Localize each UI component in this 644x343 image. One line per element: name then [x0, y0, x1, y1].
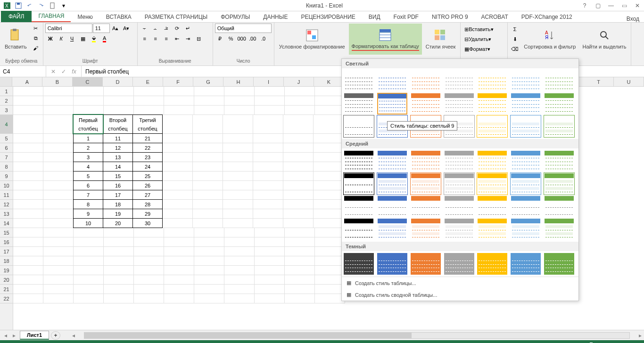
cell-G18[interactable] — [194, 256, 224, 266]
cell-B6[interactable] — [43, 143, 74, 153]
cell-K20[interactable] — [315, 275, 345, 285]
close-button[interactable]: ✕ — [633, 1, 642, 10]
table-style-thumb[interactable] — [544, 93, 574, 114]
table-style-thumb[interactable] — [511, 150, 541, 172]
cell-B15[interactable] — [43, 228, 74, 237]
cell-F19[interactable] — [164, 266, 194, 275]
cell-G14[interactable] — [193, 219, 223, 228]
align-middle[interactable]: ⫠ — [150, 24, 161, 33]
font-name-combo[interactable]: Calibri — [45, 24, 92, 33]
col-header-I[interactable]: I — [254, 77, 284, 86]
tab-acrobat[interactable]: ACROBAT — [475, 12, 515, 22]
cell-K21[interactable] — [315, 285, 345, 294]
ribbon-display-button[interactable]: ▢ — [593, 1, 603, 10]
cell-F22[interactable] — [164, 294, 194, 303]
table-style-thumb[interactable] — [544, 115, 574, 137]
cell-A18[interactable] — [13, 256, 43, 266]
cell-J21[interactable] — [285, 285, 315, 294]
row-header-9[interactable]: 9 — [0, 172, 13, 181]
cell-D10[interactable]: 16 — [103, 180, 133, 190]
increase-indent[interactable]: ⇥ — [183, 34, 193, 43]
align-top[interactable]: ⫟ — [140, 24, 150, 33]
find-select-button[interactable]: Найти и выделить — [579, 24, 629, 55]
sort-filter-button[interactable]: АЯ Сортировка и фильтр — [521, 24, 578, 55]
table-style-thumb[interactable] — [377, 173, 407, 195]
col-header-G[interactable]: G — [193, 77, 223, 86]
delete-cells-button[interactable]: ⊟ Удалить ▾ — [462, 34, 493, 44]
cell-E11[interactable]: 27 — [132, 190, 163, 200]
tab-foxit[interactable]: Foxit PDF — [387, 12, 425, 22]
cell-A9[interactable] — [13, 172, 43, 181]
cell-A17[interactable] — [13, 247, 43, 256]
table-style-thumb[interactable] — [344, 150, 374, 172]
table-style-thumb[interactable] — [411, 218, 441, 240]
col-header-E[interactable]: E — [133, 77, 163, 86]
cell-E17[interactable] — [134, 247, 164, 256]
cell-I7[interactable] — [253, 153, 283, 162]
table-style-thumb[interactable] — [444, 253, 474, 275]
cell-H5[interactable] — [223, 134, 253, 143]
cell-J14[interactable] — [283, 219, 314, 228]
underline-button[interactable]: Ч — [67, 34, 77, 43]
cell-H8[interactable] — [223, 162, 253, 172]
col-header-K[interactable]: K — [314, 77, 344, 86]
cell-F5[interactable] — [163, 134, 193, 143]
cell-C7[interactable]: 3 — [73, 152, 103, 162]
cell-F2[interactable] — [164, 96, 194, 106]
cell-K13[interactable] — [314, 209, 344, 219]
cell-H21[interactable] — [224, 285, 255, 294]
cell-F20[interactable] — [164, 275, 194, 285]
cell-I11[interactable] — [253, 190, 283, 200]
cell-G4[interactable] — [193, 115, 223, 134]
cell-E6[interactable]: 22 — [132, 143, 163, 153]
cell-J19[interactable] — [285, 266, 315, 275]
wrap-text[interactable]: ↵ — [183, 24, 193, 33]
table-style-thumb[interactable] — [411, 196, 441, 217]
row-header-1[interactable]: 1 — [0, 87, 13, 96]
cell-J2[interactable] — [285, 96, 315, 106]
tab-pdfxchange[interactable]: PDF-XChange 2012 — [515, 12, 579, 22]
cell-J9[interactable] — [283, 172, 314, 181]
table-style-thumb[interactable] — [511, 196, 541, 217]
cell-G16[interactable] — [194, 237, 224, 247]
row-header-16[interactable]: 16 — [0, 237, 13, 247]
cell-E7[interactable]: 23 — [132, 152, 163, 162]
cell-E22[interactable] — [134, 294, 164, 303]
table-style-thumb[interactable] — [444, 70, 474, 92]
cell-A16[interactable] — [13, 237, 43, 247]
cell-J16[interactable] — [285, 237, 315, 247]
table-style-thumb[interactable] — [477, 70, 507, 92]
cell-D14[interactable]: 20 — [103, 218, 133, 228]
cell-D13[interactable]: 19 — [103, 209, 133, 219]
col-header-C[interactable]: C — [73, 77, 103, 86]
cell-I8[interactable] — [253, 162, 283, 172]
row-header-21[interactable]: 21 — [0, 285, 13, 294]
table-style-thumb[interactable] — [444, 93, 474, 114]
maximize-button[interactable]: ▭ — [619, 1, 629, 10]
cell-H3[interactable] — [224, 106, 255, 115]
table-style-thumb[interactable] — [377, 70, 407, 92]
cell-B21[interactable] — [43, 285, 74, 294]
excel-icon[interactable]: X — [2, 1, 12, 10]
increase-decimal[interactable]: .00 — [248, 34, 258, 43]
cell-F18[interactable] — [164, 256, 194, 266]
new-doc-button[interactable] — [47, 1, 58, 10]
cell-A5[interactable] — [13, 134, 43, 143]
cell-G2[interactable] — [194, 96, 224, 106]
table-style-thumb[interactable] — [411, 173, 441, 195]
table-style-thumb[interactable] — [511, 173, 541, 195]
table-style-thumb[interactable] — [444, 218, 474, 240]
italic-button[interactable]: К — [56, 34, 66, 43]
col-header-T[interactable]: T — [584, 77, 614, 86]
cell-A7[interactable] — [13, 153, 43, 162]
cell-J20[interactable] — [285, 275, 315, 285]
tab-home[interactable]: ГЛАВНАЯ — [32, 11, 71, 22]
cell-G7[interactable] — [193, 153, 223, 162]
cell-I9[interactable] — [253, 172, 283, 181]
cell-A11[interactable] — [13, 190, 43, 200]
cell-D15[interactable] — [104, 228, 134, 237]
cell-J17[interactable] — [285, 247, 315, 256]
row-header-14[interactable]: 14 — [0, 219, 13, 228]
format-cells-button[interactable]: ▦ Формат ▾ — [462, 44, 492, 54]
decrease-indent[interactable]: ⇤ — [172, 34, 182, 43]
